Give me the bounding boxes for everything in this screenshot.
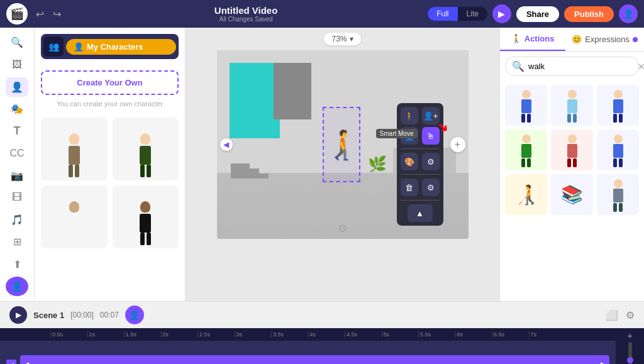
canvas-nav-left[interactable]: ◀	[220, 138, 233, 151]
zoom-indicator[interactable]: 73% ▾	[324, 33, 360, 45]
zoom-handle[interactable]	[627, 357, 633, 363]
sidebar-transitions-icon[interactable]: ⊞	[6, 232, 28, 251]
action-item-walk-3[interactable]	[597, 174, 639, 215]
zoom-dropdown-icon[interactable]: ▾	[350, 35, 353, 43]
action-item-walk-pole[interactable]: 🧑‍🦯	[505, 174, 547, 215]
action-item-walk-books[interactable]: 📚	[551, 174, 593, 215]
character-card-2[interactable]	[113, 118, 179, 180]
ctx-color-btn[interactable]: 🎨	[401, 153, 418, 170]
smart-move-tooltip: Smart Move	[376, 129, 418, 138]
scene-label: Scene 1	[33, 311, 64, 320]
wb5	[567, 144, 577, 158]
video-title[interactable]: Untitled Video	[69, 5, 423, 16]
char-head-4	[140, 201, 150, 212]
ctx-walk-btn[interactable]: 🚶	[401, 107, 418, 124]
sidebar-user-icon[interactable]: 👤	[6, 277, 28, 296]
sidebar-characters-icon[interactable]: 👤	[6, 77, 28, 97]
my-characters-tab[interactable]: 👤 My Characters	[66, 39, 176, 55]
wl5	[567, 158, 577, 167]
ctx-collapse-btn[interactable]: ▲	[408, 204, 433, 222]
wb6	[613, 144, 623, 158]
scene-plant: 🌿	[368, 155, 387, 173]
sidebar-scenes-icon[interactable]: 🎭	[6, 99, 28, 119]
character-figure-1	[69, 121, 80, 177]
timeline-scene-icon[interactable]: ⬜	[606, 309, 618, 321]
zoom-slider[interactable]	[628, 342, 632, 364]
action-item-walk-carry[interactable]	[597, 130, 639, 170]
ruler-3: 3s	[235, 331, 272, 338]
timeline-avatar[interactable]: 👤	[125, 306, 144, 324]
sidebar-video-icon[interactable]: 🎞	[6, 188, 28, 207]
timeline-play-button[interactable]: ▶	[9, 306, 27, 324]
search-input[interactable]	[528, 62, 634, 71]
scene-canvas[interactable]: 🌿 🚶 🚶 👤+	[217, 50, 469, 239]
ruler-marks: 0.5s 1s 1.5s 2s 2.5s 3s 3.5s 4s 4.5s 5s …	[50, 331, 565, 338]
walk-fig-9	[613, 177, 623, 212]
zoom-controls: + − Zoom +	[616, 328, 644, 364]
scene-nav-dot[interactable]: ⊙	[338, 222, 347, 234]
character-card-1[interactable]	[41, 118, 108, 180]
ctx-settings2-btn[interactable]: ⚙	[422, 179, 440, 196]
view-lite-button[interactable]: Lite	[458, 7, 487, 21]
zoom-plus-button[interactable]: +	[627, 331, 632, 341]
search-area: 🔍 ✕	[500, 52, 644, 81]
action-item-walk-right[interactable]	[505, 85, 547, 126]
action-item-walk-slow[interactable]	[505, 130, 547, 170]
action-item-walk-back[interactable]	[551, 130, 593, 170]
ctx-divider-3	[401, 200, 440, 201]
redo-button[interactable]: ↪	[50, 7, 64, 21]
char-legs-4	[140, 233, 151, 245]
wl4	[521, 158, 531, 167]
wleg-l9	[613, 203, 617, 212]
sidebar-icons: 🔍 🖼 👤 🎭 T CC 📷 🎞 🎵 ⊞ ⬆ 👤	[0, 28, 35, 301]
scene-character[interactable]: 🚶	[323, 107, 360, 182]
left-panel: 👥 👤 My Characters Create Your Own You ca…	[35, 28, 186, 301]
track-label[interactable]: ◀	[6, 360, 16, 364]
sidebar-audio-icon[interactable]: 🎵	[6, 210, 28, 229]
preview-play-button[interactable]: ▶	[492, 4, 511, 23]
tab-expressions[interactable]: 😊 Expressions	[565, 28, 644, 51]
clear-search-button[interactable]: ✕	[638, 62, 644, 72]
sidebar-upload-icon[interactable]: ⬆	[6, 255, 28, 274]
sidebar-subtitles-icon[interactable]: CC	[6, 143, 28, 163]
share-button[interactable]: Share	[516, 6, 559, 22]
char-leg-r-2	[147, 165, 151, 177]
ctx-settings-btn[interactable]: ⚙	[422, 153, 440, 170]
char-legs-2	[140, 165, 151, 177]
sidebar-image-icon[interactable]: 📷	[6, 166, 28, 185]
tab-icon-people[interactable]: 👥	[43, 36, 64, 57]
undo-button[interactable]: ↩	[33, 7, 47, 21]
sidebar-search-icon[interactable]: 🔍	[6, 33, 28, 52]
ruler-3-5: 3.5s	[271, 331, 308, 338]
stairs-step-2	[231, 168, 259, 174]
char-leg-l-1	[69, 165, 73, 177]
view-full-button[interactable]: Full	[428, 7, 457, 21]
wleg-r5	[573, 158, 577, 167]
timeline-icons: ⬜ ⚙	[606, 309, 635, 321]
track-arrow-right: ▶	[601, 360, 606, 364]
timeline-settings-icon[interactable]: ⚙	[626, 309, 635, 321]
timeline-ruler: 0.5s 1s 1.5s 2s 2.5s 3s 3.5s 4s 4.5s 5s …	[0, 328, 616, 341]
ctx-delete-btn[interactable]: 🗑	[401, 179, 418, 196]
track-bar[interactable]: ◀ ▶	[20, 355, 609, 364]
char-leg-r-4	[147, 233, 151, 245]
add-scene-button[interactable]: +	[450, 137, 465, 152]
create-your-own-button[interactable]: Create Your Own	[41, 70, 179, 95]
tab-actions[interactable]: 🚶 Actions	[500, 28, 565, 51]
character-card-4[interactable]	[113, 185, 179, 248]
ctx-add-char-btn[interactable]: 👤+	[422, 107, 440, 124]
sidebar-text-icon[interactable]: T	[6, 121, 28, 141]
app-logo[interactable]: 🎬	[6, 3, 28, 25]
wb3	[613, 99, 623, 113]
search-box[interactable]: 🔍 ✕	[505, 57, 639, 76]
action-item-walk-forward[interactable]	[551, 85, 593, 126]
publish-button[interactable]: Publish	[564, 6, 614, 22]
user-avatar-button[interactable]: 👤	[619, 4, 638, 23]
character-card-3[interactable]	[41, 185, 108, 248]
walk-fig-1	[521, 88, 531, 123]
ruler-5: 5s	[382, 331, 419, 338]
ruler-2: 2s	[161, 331, 198, 338]
action-item-walk-left[interactable]	[597, 85, 639, 126]
sidebar-media-icon[interactable]: 🖼	[6, 55, 28, 74]
timeline-main: 0.5s 1s 1.5s 2s 2.5s 3s 3.5s 4s 4.5s 5s …	[0, 328, 616, 364]
